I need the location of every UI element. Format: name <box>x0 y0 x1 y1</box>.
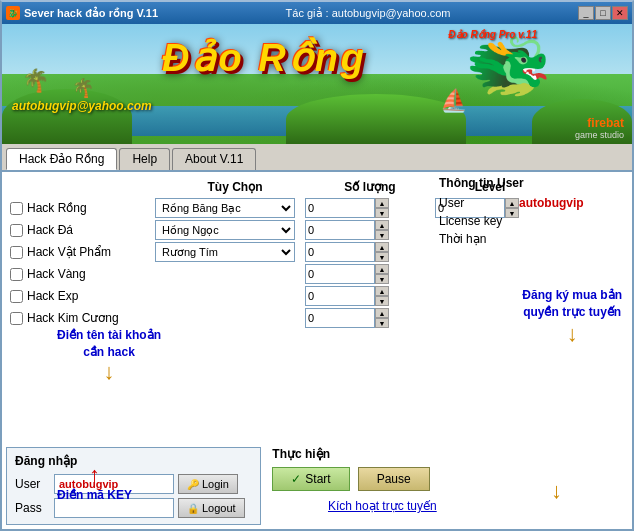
hack-da-select[interactable]: Hồng Ngọc Ngọc Lục Bảo Kim Cương <box>155 220 295 240</box>
hack-label-vang: Hack Vàng <box>10 267 155 281</box>
bottom-section: Đăng nhập User 🔑 Login Pass 🔒 Logout <box>6 447 628 525</box>
login-button[interactable]: 🔑 Login <box>178 474 238 494</box>
hack-kim-cuong-checkbox[interactable] <box>10 312 23 325</box>
login-title: Đăng nhập <box>15 454 252 468</box>
hack-da-qty-up[interactable]: ▲ <box>375 220 389 230</box>
hack-vat-pham-select[interactable]: Rương Tím Rương Xanh Rương Vàng <box>155 242 295 262</box>
hack-exp-up[interactable]: ▲ <box>375 286 389 296</box>
hack-vang-up[interactable]: ▲ <box>375 264 389 274</box>
island-left <box>2 89 132 144</box>
hack-row-vang: Hack Vàng ▲ ▼ <box>10 264 624 284</box>
banner: 🌴 🌴 🐲 ⛵ Đảo Rồng autobugvip@yahoo.com Đả… <box>2 24 632 144</box>
hack-exp-qty-group: ▲ ▼ <box>305 286 435 306</box>
hack-da-qty[interactable] <box>305 220 375 240</box>
hack-label-vat-pham: Hack Vật Phẩm <box>10 245 155 259</box>
hack-label-kim-cuong: Hack Kim Cương <box>10 311 155 325</box>
login-pass-input[interactable] <box>54 498 174 518</box>
user-info-panel: Thông tin User User autobugvip License k… <box>439 172 624 250</box>
login-pass-row: Pass 🔒 Logout <box>15 498 252 518</box>
action-buttons: ✓ Start Pause <box>272 467 492 491</box>
hack-kim-cuong-qty[interactable] <box>305 308 375 328</box>
annotation-fill-account: Điền tên tài khoảncần hack ↓ <box>57 327 161 387</box>
hack-vang-spinner: ▲ ▼ <box>375 264 389 284</box>
hack-rong-qty[interactable] <box>305 198 375 218</box>
col-so-luong: Số lượng <box>310 180 430 194</box>
hack-vat-pham-qty-group: ▲ ▼ <box>305 242 435 262</box>
hack-rong-qty-group: ▲ ▼ <box>305 198 435 218</box>
arrow-fill-account: ↓ <box>57 357 161 388</box>
gamestudio-name: game studio <box>575 130 624 140</box>
col-empty <box>15 180 160 194</box>
user-info-license-row: License key <box>439 214 624 228</box>
tab-about[interactable]: About V.11 <box>172 148 256 170</box>
hack-vang-qty[interactable] <box>305 264 375 284</box>
user-info-user-row: User autobugvip <box>439 196 624 210</box>
user-info-license-label: License key <box>439 214 519 228</box>
login-user-input[interactable] <box>54 474 174 494</box>
banner-game-title: Đảo Rồng <box>162 36 367 80</box>
tabs-bar: Hack Đảo Rồng Help About V.11 <box>2 144 632 172</box>
window-author: Tác giả : autobugvip@yahoo.com <box>286 7 451 20</box>
activate-link[interactable]: Kích hoạt trực tuyến <box>272 499 492 513</box>
hack-vang-down[interactable]: ▼ <box>375 274 389 284</box>
start-button[interactable]: ✓ Start <box>272 467 349 491</box>
banner-version: Đảo Rồng Pro v.11 <box>448 29 537 40</box>
hack-vat-pham-down[interactable]: ▼ <box>375 252 389 262</box>
action-section: Thực hiện ✓ Start Pause Kích hoạt trực t… <box>272 447 492 513</box>
hack-exp-checkbox[interactable] <box>10 290 23 303</box>
user-info-expiry-label: Thời hạn <box>439 232 519 246</box>
hack-label-exp: Hack Exp <box>10 289 155 303</box>
hack-da-qty-down[interactable]: ▼ <box>375 230 389 240</box>
login-user-row: User 🔑 Login <box>15 474 252 494</box>
hack-rong-select[interactable]: Rồng Băng Bạc Rồng Lửa Rồng Đất <box>155 198 295 218</box>
hack-vang-qty-group: ▲ ▼ <box>305 264 435 284</box>
tab-hack-dao-rong[interactable]: Hack Đảo Rồng <box>6 148 117 170</box>
hack-exp-qty[interactable] <box>305 286 375 306</box>
minimize-button[interactable]: _ <box>578 6 594 20</box>
hack-rong-select-wrapper: Rồng Băng Bạc Rồng Lửa Rồng Đất <box>155 198 305 218</box>
close-button[interactable]: ✕ <box>612 6 628 20</box>
hack-kim-cuong-down[interactable]: ▼ <box>375 318 389 328</box>
hack-vat-pham-up[interactable]: ▲ <box>375 242 389 252</box>
hack-vat-pham-select-wrapper: Rương Tím Rương Xanh Rương Vàng <box>155 242 305 262</box>
user-info-expiry-row: Thời hạn <box>439 232 624 246</box>
window-title: Sever hack đảo rồng V.11 <box>24 7 158 20</box>
hack-exp-down[interactable]: ▼ <box>375 296 389 306</box>
hack-da-spinner: ▲ ▼ <box>375 220 389 240</box>
hack-label-rong: Hack Rồng <box>10 201 155 215</box>
hack-exp-spinner: ▲ ▼ <box>375 286 389 306</box>
hack-rong-qty-down[interactable]: ▼ <box>375 208 389 218</box>
login-pass-label: Pass <box>15 501 50 515</box>
hack-vat-pham-checkbox[interactable] <box>10 246 23 259</box>
hack-rong-qty-spinner: ▲ ▼ <box>375 198 389 218</box>
main-window: 🐉 Sever hack đảo rồng V.11 Tác giả : aut… <box>0 0 634 531</box>
title-bar-left: 🐉 Sever hack đảo rồng V.11 <box>6 6 158 20</box>
logout-button[interactable]: 🔒 Logout <box>178 498 245 518</box>
tree-2: 🌴 <box>72 77 94 99</box>
hack-label-da: Hack Đá <box>10 223 155 237</box>
hack-kim-cuong-up[interactable]: ▲ <box>375 308 389 318</box>
hack-da-select-wrapper: Hồng Ngọc Ngọc Lục Bảo Kim Cương <box>155 220 305 240</box>
window-controls: _ □ ✕ <box>578 6 628 20</box>
tab-help[interactable]: Help <box>119 148 170 170</box>
island-center <box>286 94 466 144</box>
main-content: Tùy Chọn Số lượng Level Hack Rồng Rồng B… <box>2 172 632 529</box>
hack-vang-checkbox[interactable] <box>10 268 23 281</box>
hack-vat-pham-qty[interactable] <box>305 242 375 262</box>
hack-vat-pham-spinner: ▲ ▼ <box>375 242 389 262</box>
hack-da-checkbox[interactable] <box>10 224 23 237</box>
hack-kim-cuong-qty-group: ▲ ▼ <box>305 308 435 328</box>
hack-da-qty-group: ▲ ▼ <box>305 220 435 240</box>
firebat-name: firebat <box>575 116 624 130</box>
user-info-user-label: User <box>439 196 519 210</box>
col-tuy-chon: Tùy Chọn <box>160 180 310 194</box>
firebat-logo: firebat game studio <box>575 116 624 140</box>
hack-rong-qty-up[interactable]: ▲ <box>375 198 389 208</box>
action-label: Thực hiện <box>272 447 492 461</box>
hack-rong-checkbox[interactable] <box>10 202 23 215</box>
ship: ⛵ <box>440 88 467 114</box>
maximize-button[interactable]: □ <box>595 6 611 20</box>
hack-row-exp: Hack Exp ▲ ▼ <box>10 286 624 306</box>
pause-button[interactable]: Pause <box>358 467 430 491</box>
hack-kim-cuong-spinner: ▲ ▼ <box>375 308 389 328</box>
